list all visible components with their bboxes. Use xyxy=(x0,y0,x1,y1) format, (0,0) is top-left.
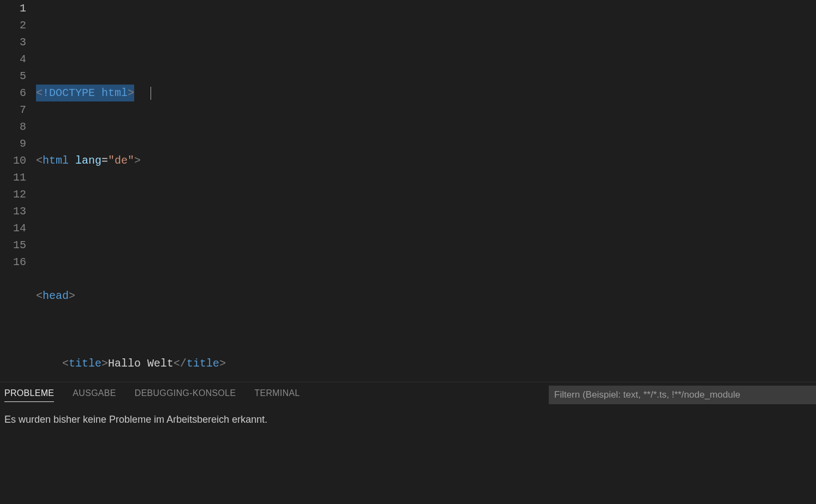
tab-terminal[interactable]: TERMINAL xyxy=(254,388,299,401)
code-content[interactable]: <!DOCTYPE html> <html lang="de"> <head> … xyxy=(36,0,816,382)
code-line[interactable] xyxy=(36,220,816,237)
line-number: 11 xyxy=(0,169,26,186)
tab-output[interactable]: AUSGABE xyxy=(73,388,116,401)
line-number: 1 xyxy=(0,0,26,17)
line-number: 13 xyxy=(0,203,26,220)
line-number: 3 xyxy=(0,34,26,51)
line-number: 7 xyxy=(0,101,26,118)
current-line-highlight xyxy=(36,0,816,17)
line-number: 4 xyxy=(0,51,26,68)
line-number: 12 xyxy=(0,186,26,203)
line-number: 6 xyxy=(0,85,26,101)
code-line[interactable]: <html lang="de"> xyxy=(36,152,816,169)
tab-debug-console[interactable]: DEBUGGING-KONSOLE xyxy=(135,388,236,401)
line-number: 16 xyxy=(0,254,26,271)
line-number: 8 xyxy=(0,118,26,135)
line-number: 10 xyxy=(0,152,26,169)
tab-problems[interactable]: PROBLEME xyxy=(4,388,54,402)
bottom-panel: PROBLEME AUSGABE DEBUGGING-KONSOLE TERMI… xyxy=(0,382,816,504)
code-line[interactable]: <!DOCTYPE html> xyxy=(36,85,816,101)
line-number: 15 xyxy=(0,237,26,254)
line-number: 2 xyxy=(0,17,26,34)
line-number: 9 xyxy=(0,135,26,152)
editor-area[interactable]: 1 2 3 4 5 6 7 8 9 10 11 12 13 14 15 16 <… xyxy=(0,0,816,382)
line-number-gutter: 1 2 3 4 5 6 7 8 9 10 11 12 13 14 15 16 xyxy=(0,0,36,382)
text-cursor xyxy=(151,87,151,100)
code-line[interactable]: <title>Hallo Welt</title> xyxy=(36,355,816,372)
code-line[interactable]: <head> xyxy=(36,287,816,304)
problems-filter-input[interactable]: Filtern (Beispiel: text, **/*.ts, !**/no… xyxy=(549,386,816,404)
line-number: 14 xyxy=(0,220,26,237)
line-number: 5 xyxy=(0,68,26,85)
problems-empty-message: Es wurden bisher keine Probleme im Arbei… xyxy=(0,407,816,425)
